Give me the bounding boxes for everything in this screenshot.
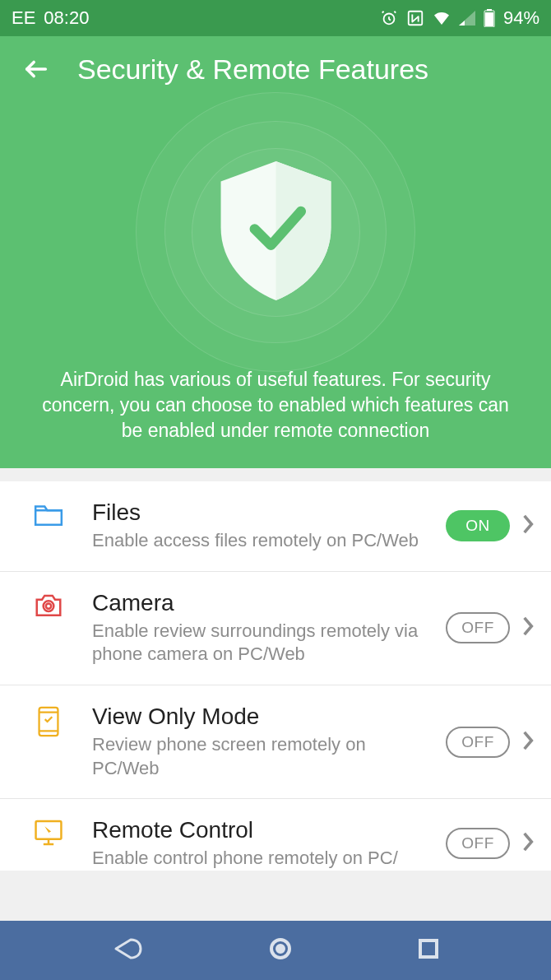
app-header: Security & Remote Features AirDroid has …	[0, 36, 551, 468]
carrier-label: EE	[12, 7, 35, 29]
remote-control-icon	[31, 819, 66, 847]
hero-graphic	[0, 94, 551, 362]
setting-title: View Only Mode	[92, 704, 431, 730]
status-bar: EE 08:20	[0, 0, 551, 36]
clock-label: 08:20	[44, 7, 89, 29]
chevron-right-icon	[521, 615, 535, 640]
setting-row-remote-control[interactable]: Remote Control Enable control phone remo…	[0, 799, 551, 871]
header-description: AirDroid has various of useful features.…	[0, 362, 551, 444]
setting-row-camera[interactable]: Camera Enable review surroundings remote…	[0, 572, 551, 685]
toggle-camera[interactable]: OFF	[446, 612, 510, 643]
svg-rect-11	[420, 941, 437, 957]
chevron-right-icon	[521, 831, 535, 856]
phone-view-icon	[31, 705, 66, 738]
nav-back-button[interactable]	[111, 936, 144, 964]
android-nav-bar	[0, 921, 551, 980]
back-button[interactable]	[20, 53, 53, 86]
nfc-icon	[406, 9, 424, 27]
setting-title: Files	[92, 499, 431, 526]
nav-home-button[interactable]	[267, 936, 294, 965]
setting-desc: Review phone screen remotely on PC/Web	[92, 733, 431, 780]
svg-rect-4	[485, 12, 493, 26]
setting-desc: Enable review surroundings remotely via …	[92, 620, 431, 666]
chevron-right-icon	[521, 513, 535, 538]
settings-list: Files Enable access files remotely on PC…	[0, 481, 551, 871]
setting-title: Remote Control	[92, 817, 431, 843]
toggle-remote-control[interactable]: OFF	[446, 828, 510, 859]
alarm-icon	[380, 9, 398, 27]
svg-point-10	[277, 945, 284, 952]
folder-icon	[31, 501, 66, 527]
camera-icon	[31, 592, 66, 618]
battery-percent: 94%	[503, 7, 539, 29]
svg-point-6	[46, 603, 51, 608]
toggle-view-only[interactable]: OFF	[446, 727, 510, 758]
setting-desc: Enable control phone remotely on PC/	[92, 847, 431, 871]
setting-desc: Enable access files remotely on PC/Web	[92, 529, 431, 553]
shield-check-icon	[212, 159, 340, 306]
setting-title: Camera	[92, 590, 431, 616]
signal-icon	[459, 11, 475, 26]
page-title: Security & Remote Features	[77, 53, 428, 86]
nav-recent-button[interactable]	[417, 937, 440, 964]
setting-row-files[interactable]: Files Enable access files remotely on PC…	[0, 481, 551, 572]
setting-row-view-only[interactable]: View Only Mode Review phone screen remot…	[0, 685, 551, 799]
chevron-right-icon	[521, 730, 535, 755]
toggle-files[interactable]: ON	[446, 510, 510, 541]
svg-rect-1	[409, 12, 423, 26]
wifi-icon	[433, 11, 451, 26]
battery-icon	[484, 9, 495, 27]
